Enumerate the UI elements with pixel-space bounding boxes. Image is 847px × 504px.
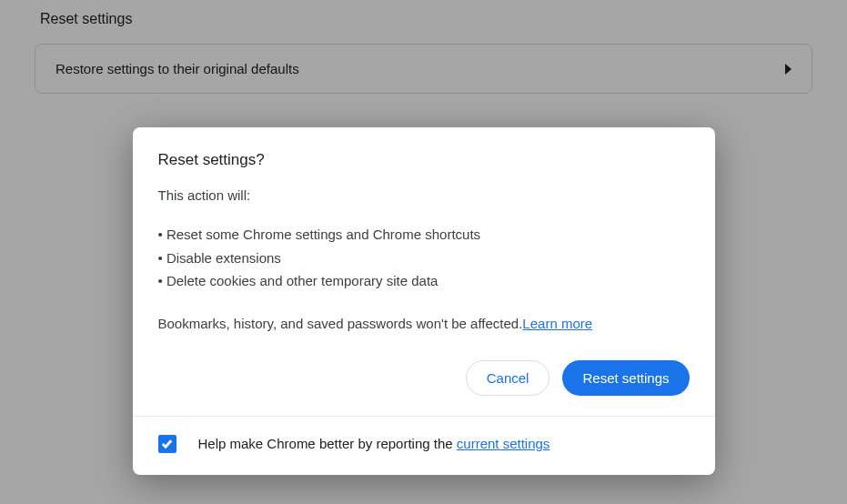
checkmark-icon xyxy=(160,437,174,450)
footer-label-text: Help make Chrome better by reporting the xyxy=(198,436,457,451)
dialog-bullet: • Reset some Chrome settings and Chrome … xyxy=(158,223,690,247)
modal-scrim: Reset settings? This action will: • Rese… xyxy=(0,0,847,504)
dialog-footnote: Bookmarks, history, and saved passwords … xyxy=(158,313,690,335)
dialog-title: Reset settings? xyxy=(158,151,690,169)
footer-label: Help make Chrome better by reporting the… xyxy=(198,436,550,451)
learn-more-link[interactable]: Learn more xyxy=(522,316,592,331)
reset-settings-dialog: Reset settings? This action will: • Rese… xyxy=(133,127,715,475)
reset-settings-button[interactable]: Reset settings xyxy=(562,360,689,396)
dialog-bullet-text: Reset some Chrome settings and Chrome sh… xyxy=(166,227,480,242)
report-settings-checkbox[interactable] xyxy=(158,435,176,453)
dialog-bullet: • Delete cookies and other temporary sit… xyxy=(158,269,690,293)
dialog-actions: Cancel Reset settings xyxy=(158,360,690,396)
dialog-body: Reset settings? This action will: • Rese… xyxy=(133,127,715,416)
dialog-bullet-text: Disable extensions xyxy=(166,250,281,266)
dialog-bullet-list: • Reset some Chrome settings and Chrome … xyxy=(158,223,690,293)
current-settings-link[interactable]: current settings xyxy=(457,436,550,451)
dialog-bullet-text: Delete cookies and other temporary site … xyxy=(166,273,439,288)
dialog-footnote-text: Bookmarks, history, and saved passwords … xyxy=(158,316,523,331)
dialog-bullet: • Disable extensions xyxy=(158,247,690,270)
dialog-intro: This action will: xyxy=(158,187,690,203)
cancel-button[interactable]: Cancel xyxy=(466,360,550,396)
dialog-footer: Help make Chrome better by reporting the… xyxy=(133,416,715,475)
